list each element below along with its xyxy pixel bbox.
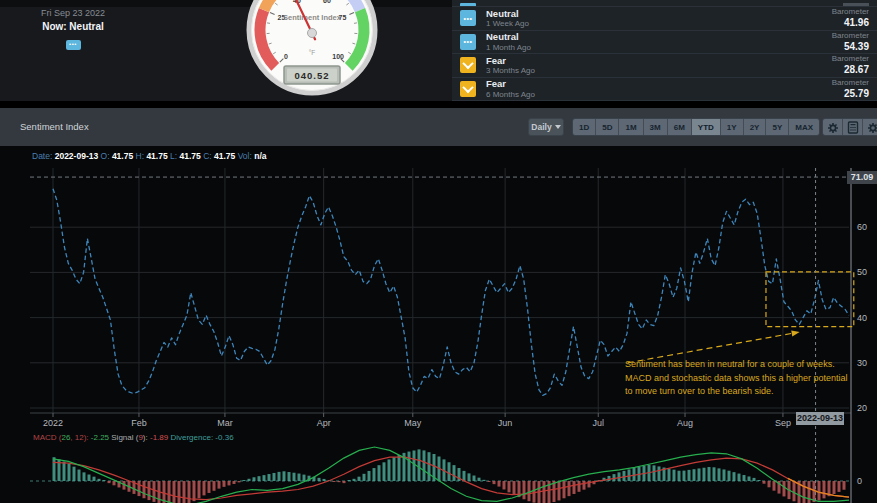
macd-histogram-bar [353, 479, 356, 481]
range-button-1y[interactable]: 1Y [721, 119, 744, 135]
interval-dropdown[interactable]: Daily [528, 118, 564, 136]
macd-histogram-bar [463, 471, 466, 481]
x-axis-label: Jun [498, 418, 513, 428]
annotation-arrowhead [791, 331, 799, 337]
current-sentiment-label: Now: Neutral [23, 21, 123, 32]
macd-histogram-bar [713, 467, 716, 481]
range-button-1m[interactable]: 1M [619, 119, 643, 135]
gauge-label-60: 60 [323, 0, 331, 4]
macd-histogram-bar [468, 473, 471, 481]
macd-histogram-bar [53, 457, 56, 481]
macd-zero-label: 0 [857, 476, 862, 486]
calculator-icon[interactable] [843, 119, 863, 135]
macd-histogram-bar [483, 480, 486, 481]
y-axis-label: 20 [857, 403, 867, 413]
macd-histogram-bar [453, 465, 456, 481]
macd-histogram-bar [73, 467, 76, 481]
macd-histogram-bar [393, 457, 396, 481]
macd-histogram-bar [818, 481, 821, 501]
sentiment-gauge: 025406075100Sentiment Index°F040.52 [244, 0, 384, 101]
macd-histogram-bar [528, 481, 531, 501]
macd-histogram-bar [823, 481, 826, 498]
range-button-5y[interactable]: 5Y [766, 119, 789, 135]
history-row[interactable]: •••Neutral1 Week AgoBarometer41.96 [452, 7, 877, 31]
x-axis-label: Apr [317, 418, 331, 428]
history-value: 28.67 [832, 65, 869, 75]
annotation-line: to move turn over to the bearish side. [625, 385, 848, 399]
macd-histogram-bar [673, 470, 676, 481]
macd-histogram-bar [253, 477, 256, 481]
range-button-group: 1D5D1M3M6MYTD1Y2Y5YMAX [572, 118, 820, 136]
macd-histogram-bar [563, 481, 566, 498]
macd-histogram-bar [318, 478, 321, 481]
history-mood: Neutral [486, 32, 832, 42]
history-value: 25.79 [832, 89, 869, 99]
macd-histogram-bar [838, 481, 841, 492]
macd-histogram-bar [558, 481, 561, 500]
macd-histogram-bar [198, 481, 201, 498]
macd-histogram-bar [388, 459, 391, 481]
range-button-ytd[interactable]: YTD [692, 119, 721, 135]
macd-histogram-bar [113, 481, 116, 485]
macd-histogram-bar [373, 468, 376, 481]
history-partial-value [843, 3, 869, 6]
macd-histogram-bar [98, 479, 101, 481]
chart-area[interactable]: 2022FebMarAprMayJunJulAugSep60504030200 … [0, 146, 877, 503]
macd-histogram-bar [618, 472, 621, 481]
macd-histogram-bar [173, 481, 176, 503]
text-part: Divergence: [168, 433, 215, 442]
macd-histogram-bar [753, 478, 756, 481]
text-part: O: [101, 151, 112, 161]
x-axis-label: Aug [677, 418, 693, 428]
history-row[interactable]: •••Neutral1 Month AgoBarometer54.39 [452, 31, 877, 55]
text-part: 41.75 [179, 151, 203, 161]
macd-histogram-bar [63, 462, 66, 481]
macd-histogram-bar [723, 469, 726, 481]
history-row[interactable]: Fear6 Months AgoBarometer25.79 [452, 78, 877, 102]
fear-icon [460, 57, 476, 73]
macd-histogram-bar [343, 481, 346, 483]
macd-histogram-bar [573, 481, 576, 494]
range-button-6m[interactable]: 6M [668, 119, 692, 135]
x-axis-label: Feb [131, 418, 147, 428]
gauge-title: Sentiment Index [283, 13, 342, 22]
chart-panel-title: Sentiment Index [20, 121, 89, 132]
chart-canvas[interactable]: 2022FebMarAprMayJunJulAugSep60504030200 [0, 146, 877, 503]
macd-histogram-bar [773, 481, 776, 491]
text-part: C: [203, 151, 214, 161]
x-axis-label: 2022 [43, 418, 63, 428]
macd-histogram-bar [288, 472, 291, 481]
gear-partial-icon[interactable] [863, 119, 877, 135]
macd-histogram-bar [708, 467, 711, 481]
y-max-price-label: 71.09 [847, 171, 877, 184]
history-row[interactable]: Fear3 Months AgoBarometer28.67 [452, 54, 877, 78]
macd-histogram-bar [303, 475, 306, 481]
range-button-max[interactable]: MAX [789, 119, 819, 135]
text-part: -0.36 [215, 433, 233, 442]
range-button-5d[interactable]: 5D [596, 119, 619, 135]
macd-histogram-bar [658, 466, 661, 481]
history-metric: Barometer [832, 32, 869, 40]
history-ago: 1 Week Ago [486, 20, 832, 28]
text-part: 41.75 [112, 151, 136, 161]
x-axis-label: May [404, 418, 422, 428]
macd-histogram-bar [653, 465, 656, 481]
gears-icon[interactable] [823, 119, 843, 135]
macd-histogram-bar [168, 481, 171, 503]
macd-histogram-bar [258, 476, 261, 481]
range-button-3m[interactable]: 3M [644, 119, 668, 135]
macd-histogram-bar [208, 481, 211, 493]
macd-histogram-bar [428, 452, 431, 481]
macd-histogram-bar [323, 479, 326, 481]
crosshair-date-label: 2022-09-13 [796, 412, 844, 425]
analyst-annotation: Sentiment has been in neutral for a coup… [625, 358, 848, 399]
neutral-icon: ••• [460, 34, 476, 50]
history-mood: Fear [486, 56, 832, 66]
range-button-2y[interactable]: 2Y [744, 119, 767, 135]
y-axis-label: 40 [857, 313, 867, 323]
macd-histogram-bar [543, 481, 546, 503]
fear-icon [460, 81, 476, 97]
macd-histogram-bar [138, 481, 141, 496]
macd-histogram-bar [88, 475, 91, 481]
range-button-1d[interactable]: 1D [573, 119, 596, 135]
